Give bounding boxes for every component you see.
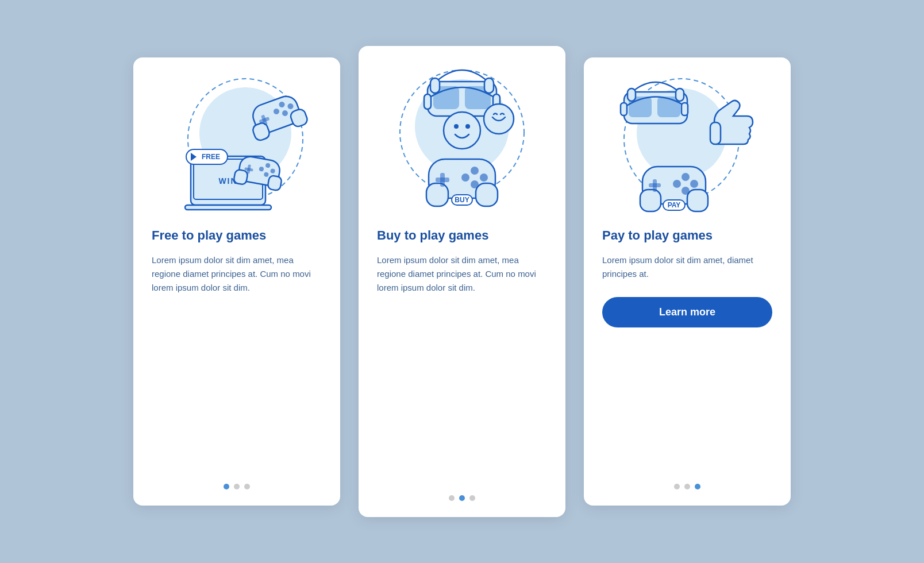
card-pay-to-play: PAY Pay to play games Lorem ipsum dolor … — [584, 57, 791, 506]
svg-text:FREE: FREE — [202, 153, 220, 161]
dot-1 — [224, 484, 229, 489]
svg-point-37 — [454, 124, 459, 129]
svg-rect-32 — [424, 94, 431, 109]
svg-rect-57 — [682, 103, 688, 115]
dots-pay — [602, 477, 772, 489]
svg-point-39 — [484, 104, 514, 134]
card-body-buy: Lorem ipsum dolor sit dim amet, mea regi… — [377, 253, 547, 295]
dot-3 — [469, 495, 475, 501]
svg-point-36 — [444, 112, 480, 149]
card-title-pay: Pay to play games — [602, 227, 713, 244]
svg-point-69 — [682, 187, 690, 195]
svg-point-38 — [465, 124, 470, 129]
illustration-pay: PAY — [602, 76, 772, 214]
dot-1 — [674, 484, 680, 489]
card-title-free: Free to play games — [152, 227, 266, 244]
dot-2 — [234, 484, 240, 489]
svg-rect-5 — [185, 205, 271, 210]
svg-rect-60 — [710, 122, 721, 144]
svg-point-45 — [471, 167, 479, 175]
svg-point-47 — [461, 173, 469, 182]
svg-point-67 — [690, 180, 698, 188]
dots-free — [152, 477, 322, 489]
svg-point-48 — [471, 180, 479, 188]
svg-rect-20 — [267, 175, 282, 191]
svg-rect-35 — [484, 78, 494, 93]
illustration-free: WIN FREE — [152, 76, 322, 214]
card-body-free: Lorem ipsum dolor sit dim amet, mea regi… — [152, 253, 322, 295]
card-body-pay: Lorem ipsum dolor sit dim amet, diamet p… — [602, 253, 772, 281]
card-title-buy: Buy to play games — [377, 227, 488, 244]
svg-rect-62 — [640, 190, 661, 211]
svg-rect-44 — [436, 178, 449, 182]
svg-rect-41 — [426, 183, 448, 206]
dot-1 — [449, 495, 455, 501]
svg-rect-34 — [430, 78, 440, 93]
svg-rect-65 — [649, 183, 661, 187]
svg-rect-19 — [233, 169, 248, 184]
card-free-to-play: WIN FREE — [133, 57, 340, 506]
card-buy-to-play: BUY Buy to play games Lorem ipsum dolor … — [359, 46, 565, 517]
dot-3 — [244, 484, 250, 489]
svg-point-66 — [682, 173, 690, 181]
svg-point-46 — [480, 173, 488, 182]
svg-point-68 — [673, 180, 681, 188]
cards-container: WIN FREE — [133, 46, 791, 517]
dots-buy — [377, 488, 547, 501]
svg-rect-59 — [676, 88, 684, 101]
svg-rect-58 — [627, 88, 636, 101]
svg-text:PAY: PAY — [668, 201, 681, 209]
dot-2 — [684, 484, 690, 489]
illustration-buy: BUY — [377, 64, 547, 214]
svg-rect-63 — [687, 190, 708, 211]
svg-rect-56 — [621, 103, 627, 115]
dot-3 — [695, 484, 700, 489]
svg-text:BUY: BUY — [455, 196, 469, 204]
svg-rect-42 — [476, 183, 498, 206]
learn-more-button[interactable]: Learn more — [602, 297, 772, 327]
dot-2 — [459, 495, 465, 501]
